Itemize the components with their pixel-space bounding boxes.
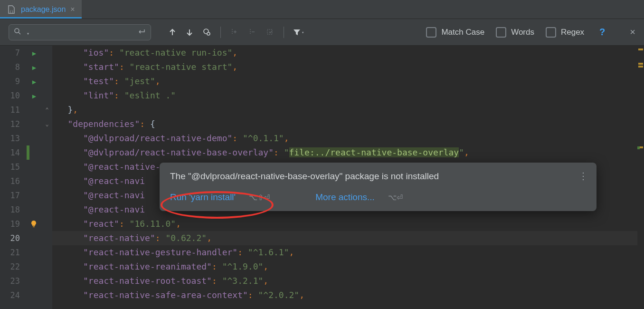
line-number: 17 bbox=[0, 188, 20, 203]
line-number: 16 bbox=[0, 174, 20, 188]
svg-line-2 bbox=[19, 32, 20, 34]
line-number: 18 bbox=[0, 203, 20, 217]
fold-down-icon[interactable]: ⌄ bbox=[42, 117, 52, 131]
line-number: 24 bbox=[0, 288, 20, 302]
regex-checkbox[interactable]: Regex bbox=[546, 27, 584, 38]
run-icon[interactable]: ▶ bbox=[27, 46, 42, 60]
shortcut-label: ⌥⇧⏎ bbox=[249, 193, 270, 202]
tab-bar: {} package.json × bbox=[0, 0, 644, 19]
close-find-icon[interactable]: × bbox=[630, 27, 635, 38]
line-number: 19 bbox=[0, 217, 20, 231]
match-case-label: Match Case bbox=[441, 28, 484, 37]
line-number: 21 bbox=[0, 245, 20, 260]
line-number: 22 bbox=[0, 260, 20, 274]
remove-selection-icon[interactable] bbox=[247, 28, 257, 37]
line-number: 9 bbox=[0, 74, 20, 88]
line-number: 12 bbox=[0, 117, 20, 131]
match-case-checkbox[interactable]: Match Case bbox=[426, 27, 484, 38]
tooltip-message: The "@dvlproad/react-native-base-overlay… bbox=[170, 171, 586, 182]
tab-title: package.json bbox=[21, 5, 66, 14]
divider bbox=[220, 27, 221, 38]
warning-marker[interactable] bbox=[638, 48, 643, 50]
search-input[interactable]: ▾ bbox=[9, 24, 151, 40]
vcs-modified-marker bbox=[27, 145, 29, 160]
line-number: 15 bbox=[0, 160, 20, 174]
next-match-icon[interactable] bbox=[185, 28, 194, 37]
line-gutter: 7 8 9 10 11 12 13 14 15 16 17 18 19 20 2… bbox=[0, 46, 27, 309]
filter-icon[interactable]: ▾ bbox=[293, 28, 304, 37]
line-number: 8 bbox=[0, 60, 20, 74]
line-number: 13 bbox=[0, 131, 20, 145]
svg-rect-6 bbox=[33, 226, 35, 227]
line-number: 10 bbox=[0, 88, 20, 103]
search-icon: ▾ bbox=[14, 28, 29, 37]
enter-icon bbox=[137, 27, 146, 37]
add-selection-icon[interactable] bbox=[229, 28, 239, 37]
words-label: Words bbox=[511, 28, 534, 37]
fold-up-icon[interactable]: ⌃ bbox=[42, 103, 52, 117]
json-file-icon: {} bbox=[7, 5, 16, 14]
line-number: 14 bbox=[0, 145, 20, 160]
file-tab[interactable]: {} package.json × bbox=[0, 0, 82, 19]
line-number: 23 bbox=[0, 274, 20, 288]
prev-match-icon[interactable] bbox=[168, 28, 177, 37]
line-number: 20 bbox=[0, 231, 20, 245]
run-gutter: ▶ ▶ ▶ ▶ bbox=[27, 46, 42, 309]
find-bar: ▾ ▾ Match Case Words Regex ? × bbox=[0, 19, 644, 46]
select-all-icon[interactable] bbox=[202, 28, 212, 37]
inspection-tooltip: The "@dvlproad/react-native-base-overlay… bbox=[160, 163, 597, 211]
run-icon[interactable]: ▶ bbox=[27, 89, 42, 103]
line-number: 11 bbox=[0, 103, 20, 117]
warning-marker[interactable] bbox=[638, 63, 643, 65]
run-icon[interactable]: ▶ bbox=[27, 75, 42, 89]
marker-strip bbox=[637, 46, 644, 309]
svg-text:{}: {} bbox=[9, 10, 13, 14]
words-checkbox[interactable]: Words bbox=[496, 27, 534, 38]
select-all-occ-icon[interactable] bbox=[265, 28, 275, 37]
help-icon[interactable]: ? bbox=[599, 27, 605, 38]
run-yarn-install-action[interactable]: Run 'yarn install' bbox=[170, 192, 236, 203]
more-icon[interactable]: ⋮ bbox=[578, 170, 588, 182]
lightbulb-icon[interactable] bbox=[29, 220, 38, 228]
editor: 7 8 9 10 11 12 13 14 15 16 17 18 19 20 2… bbox=[0, 46, 644, 309]
shortcut-label: ⌥⏎ bbox=[388, 193, 403, 202]
more-actions-link[interactable]: More actions... bbox=[315, 192, 375, 203]
svg-point-4 bbox=[207, 32, 210, 35]
svg-point-1 bbox=[15, 29, 19, 33]
divider bbox=[284, 27, 284, 38]
fold-gutter: ⌃ ⌄ bbox=[42, 46, 52, 309]
regex-label: Regex bbox=[561, 28, 584, 37]
close-icon[interactable]: × bbox=[70, 5, 75, 14]
run-icon[interactable]: ▶ bbox=[27, 60, 42, 75]
line-number: 7 bbox=[0, 46, 20, 60]
search-nav-group: ▾ bbox=[168, 27, 304, 38]
vcs-marker[interactable] bbox=[637, 146, 640, 149]
warning-marker[interactable] bbox=[638, 66, 643, 68]
search-options: Match Case Words Regex ? × bbox=[426, 27, 635, 38]
